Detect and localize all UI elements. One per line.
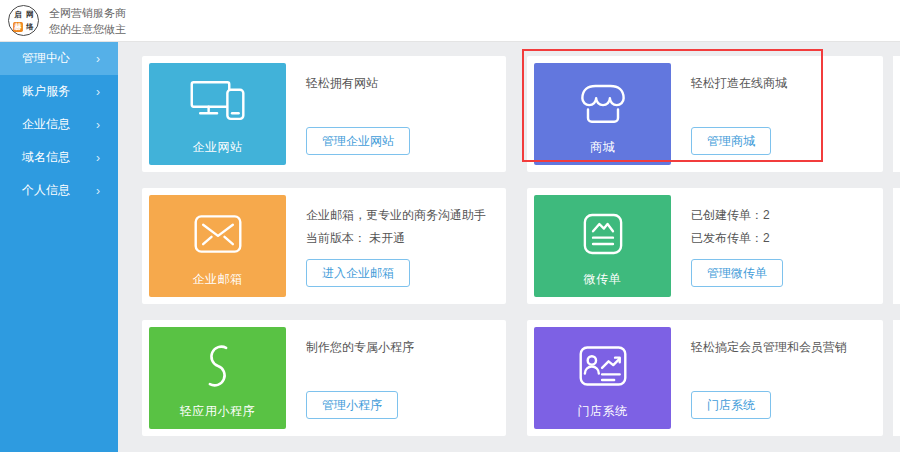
storefront-icon [573,75,633,129]
chevron-right-icon: › [96,151,100,165]
sidebar: 管理中心›账户服务›企业信息›域名信息›个人信息› [0,42,118,452]
service-icon-wrap [534,203,671,265]
service-description: 轻松拥有网站 [306,76,494,90]
main-content: 企业网站 轻松拥有网站 管理企业网站 商城 轻松打造在线商城 管理商城 企业邮箱 [118,42,900,452]
service-description-line: 已创建传单：2 [691,208,871,222]
sidebar-item-label: 账户服务 [22,83,70,100]
service-card-body: 企业邮箱，更专业的商务沟通助手当前版本： 未开通 进入企业邮箱 [293,188,506,304]
service-description-line: 当前版本： 未开通 [306,231,494,245]
service-card: 微传单 已创建传单：2已发布传单：2 管理微传单 [527,188,883,304]
sidebar-item-label: 域名信息 [22,149,70,166]
flyer-icon [574,207,632,261]
service-tile-label: 门店系统 [534,403,671,420]
service-action-button[interactable]: 进入企业邮箱 [306,259,410,287]
logo-char: 赫 [13,22,23,32]
sidebar-item[interactable]: 账户服务› [0,75,118,108]
card-row: 企业邮箱 企业邮箱，更专业的商务沟通助手当前版本： 未开通 进入企业邮箱 微传单… [118,188,900,304]
service-icon-wrap [149,71,286,133]
service-card: 商城 轻松打造在线商城 管理商城 [527,56,883,172]
service-description-line: 企业邮箱，更专业的商务沟通助手 [306,208,494,222]
service-tile-label: 轻应用小程序 [149,403,286,420]
sidebar-item-label: 个人信息 [22,182,70,199]
tagline-line2: 您的生意您做主 [49,21,126,37]
service-card-body: 制作您的专属小程序 管理小程序 [293,320,506,436]
service-icon-wrap [534,71,671,133]
chevron-right-icon: › [96,52,100,66]
service-description: 轻松搞定会员管理和会员营销 [691,340,871,354]
service-tile: 企业网站 [149,63,286,165]
clipped-card-sliver [893,320,900,436]
service-description: 轻松打造在线商城 [691,76,871,90]
service-description: 制作您的专属小程序 [306,340,494,354]
sidebar-item[interactable]: 管理中心› [0,42,118,75]
sidebar-item[interactable]: 个人信息› [0,174,118,207]
service-description-line: 轻松搞定会员管理和会员营销 [691,340,871,354]
devices-icon [188,75,248,129]
service-action-button[interactable]: 管理企业网站 [306,127,410,155]
dashboard-page: 启网赫络 全网营销服务商 您的生意您做主 管理中心›账户服务›企业信息›域名信息… [0,0,900,452]
sidebar-item-label: 管理中心 [22,50,70,67]
brand-logo: 启网赫络 [8,5,39,36]
app-header: 启网赫络 全网营销服务商 您的生意您做主 [0,0,900,42]
service-tile: 轻应用小程序 [149,327,286,429]
sidebar-item[interactable]: 域名信息› [0,141,118,174]
service-description: 企业邮箱，更专业的商务沟通助手当前版本： 未开通 [306,208,494,245]
service-tile: 微传单 [534,195,671,297]
chevron-right-icon: › [96,118,100,132]
chevron-right-icon: › [96,85,100,99]
clipped-card-sliver [893,56,900,172]
service-description: 已创建传单：2已发布传单：2 [691,208,871,245]
service-card-body: 轻松打造在线商城 管理商城 [678,56,883,172]
logo-char: 网 [25,10,35,20]
service-tile-label: 微传单 [534,271,671,288]
service-tile: 门店系统 [534,327,671,429]
service-tile: 企业邮箱 [149,195,286,297]
service-card: 企业网站 轻松拥有网站 管理企业网站 [142,56,506,172]
chevron-right-icon: › [96,184,100,198]
store-system-icon [572,340,634,392]
envelope-icon [187,208,249,260]
service-tile-label: 企业网站 [149,139,286,156]
clipped-card-sliver [893,188,900,304]
service-card: 企业邮箱 企业邮箱，更专业的商务沟通助手当前版本： 未开通 进入企业邮箱 [142,188,506,304]
service-icon-wrap [149,203,286,265]
service-description-line: 轻松拥有网站 [306,76,494,90]
service-card-body: 轻松拥有网站 管理企业网站 [293,56,506,172]
service-tile: 商城 [534,63,671,165]
service-tile-label: 企业邮箱 [149,271,286,288]
service-card-body: 轻松搞定会员管理和会员营销 门店系统 [678,320,883,436]
sidebar-item-label: 企业信息 [22,116,70,133]
service-action-button[interactable]: 管理商城 [691,127,771,155]
service-icon-wrap [534,335,671,397]
service-card: 门店系统 轻松搞定会员管理和会员营销 门店系统 [527,320,883,436]
service-card-body: 已创建传单：2已发布传单：2 管理微传单 [678,188,883,304]
service-tile-label: 商城 [534,139,671,156]
service-description-line: 轻松打造在线商城 [691,76,871,90]
service-description-line: 已发布传单：2 [691,231,871,245]
miniprogram-icon [189,337,247,395]
logo-char: 络 [25,22,35,32]
card-row: 轻应用小程序 制作您的专属小程序 管理小程序 门店系统 轻松搞定会员管理和会员营… [118,320,900,436]
tagline-line1: 全网营销服务商 [49,5,126,21]
sidebar-item[interactable]: 企业信息› [0,108,118,141]
sidebar-menu: 管理中心›账户服务›企业信息›域名信息›个人信息› [0,42,118,207]
brand-tagline: 全网营销服务商 您的生意您做主 [49,5,126,37]
service-action-button[interactable]: 管理小程序 [306,391,398,419]
card-row: 企业网站 轻松拥有网站 管理企业网站 商城 轻松打造在线商城 管理商城 [118,56,900,172]
service-card: 轻应用小程序 制作您的专属小程序 管理小程序 [142,320,506,436]
logo-char: 启 [13,10,23,20]
service-action-button[interactable]: 管理微传单 [691,259,783,287]
service-icon-wrap [149,335,286,397]
service-description-line: 制作您的专属小程序 [306,340,494,354]
service-action-button[interactable]: 门店系统 [691,391,771,419]
